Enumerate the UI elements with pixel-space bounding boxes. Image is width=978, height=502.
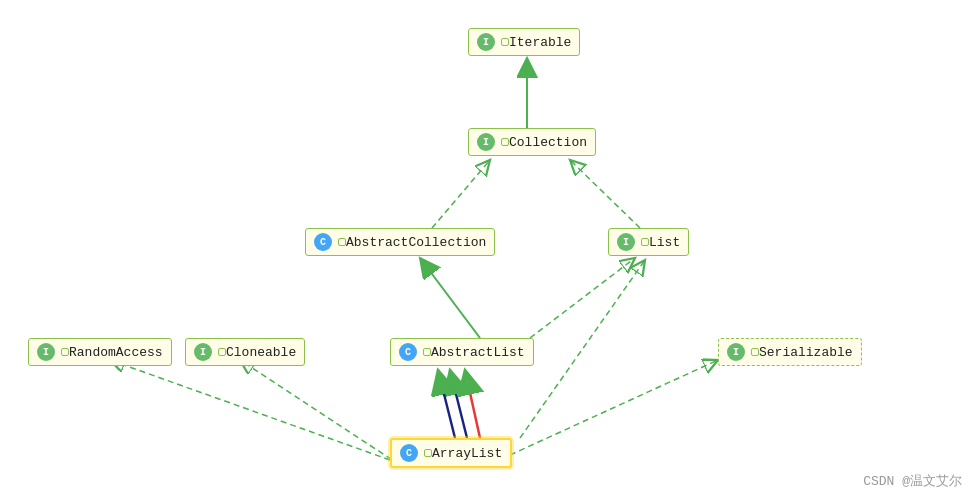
lock-serializable [751,348,759,356]
lock-iterable [501,38,509,46]
icon-list: I [617,233,635,251]
lock-list [641,238,649,246]
label-randomaccess: RandomAccess [69,345,163,360]
svg-line-12 [510,360,718,455]
icon-collection: I [477,133,495,151]
label-list: List [649,235,680,250]
icon-abstractlist: C [399,343,417,361]
lock-arraylist [424,449,432,457]
svg-line-11 [240,360,400,465]
svg-line-8 [465,370,480,438]
svg-line-5 [420,258,480,338]
label-serializable: Serializable [759,345,853,360]
svg-line-3 [432,160,490,228]
label-iterable: Iterable [509,35,571,50]
svg-line-6 [530,258,635,338]
watermark: CSDN @温文艾尔 [863,472,962,490]
icon-randomaccess: I [37,343,55,361]
label-abstractlist: AbstractList [431,345,525,360]
label-collection: Collection [509,135,587,150]
label-cloneable: Cloneable [226,345,296,360]
lock-randomaccess [61,348,69,356]
node-serializable[interactable]: I Serializable [718,338,862,366]
diagram-container: I Iterable I Collection C AbstractCollec… [0,0,978,502]
svg-line-10 [110,360,390,460]
node-list[interactable]: I List [608,228,689,256]
svg-line-9 [438,370,455,438]
node-collection[interactable]: I Collection [468,128,596,156]
node-iterable[interactable]: I Iterable [468,28,580,56]
icon-abstractcollection: C [314,233,332,251]
node-arraylist[interactable]: C ArrayList [390,438,512,468]
lock-collection [501,138,509,146]
node-abstractcollection[interactable]: C AbstractCollection [305,228,495,256]
node-abstractlist[interactable]: C AbstractList [390,338,534,366]
label-abstractcollection: AbstractCollection [346,235,486,250]
node-cloneable[interactable]: I Cloneable [185,338,305,366]
icon-arraylist: C [400,444,418,462]
lock-cloneable [218,348,226,356]
svg-line-13 [520,260,645,438]
svg-line-4 [570,160,640,228]
lock-abstractlist [423,348,431,356]
svg-line-7 [450,370,467,438]
label-arraylist: ArrayList [432,446,502,461]
icon-cloneable: I [194,343,212,361]
icon-serializable: I [727,343,745,361]
icon-iterable: I [477,33,495,51]
node-randomaccess[interactable]: I RandomAccess [28,338,172,366]
lock-abstractcollection [338,238,346,246]
